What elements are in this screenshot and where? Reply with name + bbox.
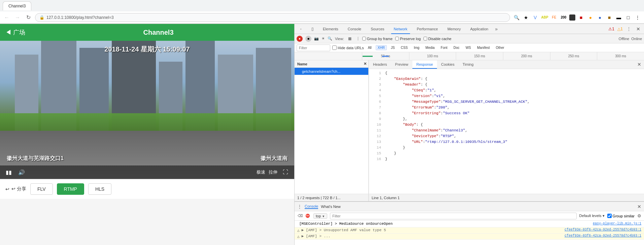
filter-input[interactable]	[297, 44, 330, 51]
speed-label[interactable]: 极速	[257, 169, 265, 175]
settings-icon[interactable]: ⋮	[625, 25, 633, 33]
console-panel: ⋮ Console What's New ✕ ⌫ ⛔ top ▼ Default…	[295, 201, 644, 245]
group-by-frame-label: Group by frame	[367, 37, 393, 41]
address-bar[interactable]: 🔒 127.0.0.1:10800/play.html?channel=3	[35, 13, 510, 22]
console-levels-dropdown[interactable]: Default levels ▾	[579, 214, 605, 218]
console-tab-console[interactable]: Console	[305, 204, 318, 209]
extension-blue-icon[interactable]: ●	[596, 14, 604, 21]
list-view-icon[interactable]: ⎹	[353, 36, 360, 42]
devtools-close-button[interactable]: ✕	[635, 26, 641, 32]
extension-red-icon[interactable]: ■	[577, 14, 585, 21]
volume-button[interactable]: 🔊	[17, 167, 26, 177]
disable-cache-checkbox[interactable]: Disable cache	[423, 37, 451, 41]
resp-tab-cookies[interactable]: Cookies	[437, 60, 459, 69]
stretch-label[interactable]: 拉伸	[269, 169, 277, 175]
tab-application[interactable]: Application	[468, 24, 491, 34]
filter-type-js[interactable]: JS	[389, 45, 397, 50]
reload-button[interactable]: ↻	[24, 13, 32, 22]
stop-button[interactable]: ■	[305, 36, 311, 42]
filter-type-all[interactable]: All	[366, 45, 374, 50]
console-clear-icon[interactable]: ⌫	[297, 213, 303, 219]
tab-elements[interactable]: Elements	[320, 24, 341, 34]
msg-source-1[interactable]: easy-player-lib.min.js:1	[593, 222, 641, 225]
msg-source-2[interactable]: cfeef93e-03f6-42ca-92ed-25578d7c4b93:1	[565, 228, 641, 232]
extension-fe-icon[interactable]: FE	[550, 14, 558, 21]
tab-network[interactable]: Network	[391, 24, 410, 34]
filter-type-img[interactable]: Img	[412, 45, 421, 50]
resp-tab-response[interactable]: Response	[412, 60, 437, 69]
back-button[interactable]: ←	[3, 13, 11, 22]
bookmark-icon[interactable]: ★	[522, 14, 530, 21]
filter-type-ws[interactable]: WS	[464, 45, 473, 50]
filter-type-other[interactable]: Other	[494, 45, 506, 50]
search-icon[interactable]: 🔍	[513, 14, 520, 21]
filter-type-xhr[interactable]: XHR	[376, 45, 387, 50]
extension-200-badge: 200	[560, 14, 567, 21]
extension-abp-icon[interactable]: ABP	[541, 14, 548, 21]
hide-data-urls-checkbox[interactable]: Hide data URLs	[332, 45, 364, 50]
active-tab[interactable]: Channel3	[3, 1, 31, 10]
console-menu-icon[interactable]: ⋮	[297, 204, 302, 209]
pause-button[interactable]: ▮▮	[4, 167, 13, 177]
extension-square-icon[interactable]: □	[624, 14, 632, 21]
rtmp-button[interactable]: RTMP	[57, 183, 84, 195]
filter-type-media[interactable]: Media	[423, 45, 437, 50]
close-column-header[interactable]: ✕	[362, 62, 368, 66]
preserve-log-checkbox[interactable]: Preserve log	[395, 37, 421, 41]
location-right: 徽州大道南	[261, 155, 287, 162]
console-tab-whats-new[interactable]: What's New	[321, 205, 340, 209]
forward-button[interactable]: →	[13, 13, 22, 22]
resp-tab-timing[interactable]: Timing	[459, 60, 478, 69]
hls-button[interactable]: HLS	[88, 183, 111, 195]
tab-console[interactable]: Console	[345, 24, 364, 34]
offline-label[interactable]: Offline	[619, 37, 630, 41]
resp-tab-preview[interactable]: Preview	[391, 60, 412, 69]
inspect-element-icon[interactable]: ◦	[297, 25, 305, 33]
back-button[interactable]: ◀ 广场	[5, 28, 25, 36]
tab-performance[interactable]: Performance	[414, 24, 441, 34]
search-icon[interactable]: 🔍	[328, 36, 332, 41]
console-group-similar-input[interactable]	[607, 214, 612, 218]
record-button[interactable]: ●	[297, 36, 303, 42]
tab-sources[interactable]: Sources	[368, 24, 387, 34]
console-filter-input[interactable]	[330, 213, 576, 219]
disable-cache-input[interactable]	[423, 37, 427, 40]
filter-type-doc[interactable]: Doc	[451, 45, 462, 50]
online-label[interactable]: Online	[631, 37, 642, 41]
extension-v-icon[interactable]: V	[532, 14, 539, 21]
group-by-frame-input[interactable]	[362, 37, 366, 40]
grid-view-icon[interactable]: ▦	[347, 36, 353, 42]
tab-title: Channel3	[8, 4, 26, 8]
filter-type-manifest[interactable]: Manifest	[475, 45, 492, 50]
console-settings-icon[interactable]: ⚙	[637, 213, 641, 218]
status-text: 1 / 2 requests | 722 B / 1...	[297, 196, 341, 200]
chrome-menu-icon[interactable]: ⋮	[634, 14, 641, 21]
ruler-100: 100 ms	[409, 52, 456, 60]
console-close-button[interactable]: ✕	[637, 204, 641, 209]
share-button[interactable]: ↩ ↩ 分享	[5, 186, 26, 192]
filter-icon[interactable]: ☀	[321, 36, 325, 41]
response-close-button[interactable]: ✕	[637, 60, 644, 69]
table-row[interactable]: getchannelstream?ch...	[295, 68, 368, 75]
tab-memory[interactable]: Memory	[445, 24, 464, 34]
filter-type-font[interactable]: Font	[439, 45, 449, 50]
more-tabs-button[interactable]: »	[495, 26, 498, 32]
fullscreen-button[interactable]: ⛶	[281, 167, 290, 177]
extension-brown-icon[interactable]: ■	[606, 14, 613, 21]
device-toolbar-icon[interactable]: ▯	[309, 25, 316, 33]
console-stop-icon[interactable]: ⛔	[305, 213, 311, 219]
preserve-log-input[interactable]	[395, 37, 399, 40]
filter-type-css[interactable]: CSS	[399, 45, 410, 50]
group-by-frame-checkbox[interactable]: Group by frame	[362, 37, 393, 41]
camera-icon[interactable]: 📷	[314, 36, 319, 41]
console-group-similar-checkbox[interactable]: Group similar	[607, 214, 635, 218]
extension-dark-icon[interactable]	[569, 14, 575, 21]
resp-tab-headers[interactable]: Headers	[369, 60, 391, 69]
extension-puzzle-icon[interactable]: ▬	[615, 14, 622, 21]
network-toolbar: ● ■ 📷 ☀ 🔍 View: ▦ ⎹ Group by frame Prese…	[295, 34, 644, 43]
msg-source-3[interactable]: cfeef93e-03f6-42ca-92ed-25578d7c4b93:1	[565, 234, 641, 238]
flv-button[interactable]: FLV	[30, 183, 53, 195]
console-context-selector[interactable]: top ▼	[313, 213, 327, 219]
extension-orange-icon[interactable]: ●	[587, 14, 594, 21]
hide-data-urls-input[interactable]	[332, 45, 337, 50]
